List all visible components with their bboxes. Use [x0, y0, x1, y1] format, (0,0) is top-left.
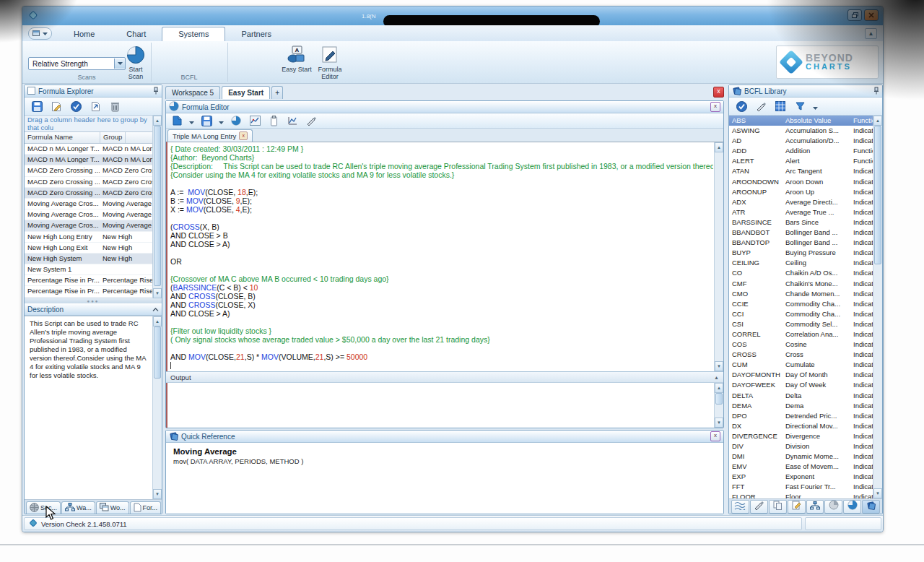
library-row[interactable]: DAYOFMONTHDay Of MonthIndicator	[729, 370, 882, 380]
code-editor[interactable]: { Date created: 30/03/2011 : 12:49 PM }{…	[166, 142, 723, 371]
library-row[interactable]: BBANDBOTBollinger Band ...Indicator	[729, 228, 882, 238]
scroll-down-icon[interactable]: ▼	[153, 288, 162, 298]
library-row[interactable]: BBANDTOPBollinger Band ...Indicator	[729, 238, 882, 248]
add-workspace-tab[interactable]: +	[271, 86, 283, 99]
library-row[interactable]: BUYPBuying PressureIndicator	[729, 248, 882, 258]
formula-row[interactable]: Percentage Rise in Pr...Percentage Rise …	[25, 298, 162, 298]
library-row[interactable]: FLOORFloorIndicator	[729, 492, 882, 498]
edit-formula-button[interactable]	[50, 100, 63, 113]
ribbon-tab-systems[interactable]: Systems	[162, 27, 225, 41]
code-scrollbar[interactable]: ▲ ▼	[714, 142, 723, 371]
library-row[interactable]: CMFChaikin's Mone...Indicator	[729, 279, 882, 289]
library-row[interactable]: CROSSCrossIndicator	[729, 350, 882, 360]
tab-easy-start[interactable]: Easy Start	[222, 86, 270, 99]
quick-reference-close-button[interactable]: x	[710, 431, 720, 441]
scroll-down-icon[interactable]: ▼	[153, 489, 162, 499]
formula-row[interactable]: New High Long ExitNew High	[25, 243, 162, 254]
library-row[interactable]: ADDAdditionFunction	[729, 146, 882, 156]
easy-start-button[interactable]: A Easy Start	[282, 46, 312, 73]
library-bottom-tab-5[interactable]	[824, 500, 842, 514]
library-scrollbar[interactable]: ▲ ▼	[873, 116, 882, 498]
library-row[interactable]: BARSSINCEBars SinceIndicator	[729, 217, 882, 228]
open-formula-button[interactable]	[89, 100, 102, 113]
library-row[interactable]: EMVEase of Movem...Indicator	[729, 462, 882, 472]
description-scrollbar[interactable]: ▲ ▼	[152, 316, 162, 499]
formula-row[interactable]: Moving Average Cros...Moving Average Cro…	[25, 220, 162, 231]
library-row[interactable]: ADXAverage Directi...Indicator	[729, 197, 882, 207]
library-bottom-tab-6[interactable]	[843, 500, 861, 514]
formula-row[interactable]: New High Long EntryNew High	[25, 232, 162, 243]
library-row[interactable]: ATRAverage True ...Indicator	[729, 207, 882, 217]
explorer-bottom-tab-3[interactable]: For...	[130, 501, 162, 514]
explorer-bottom-tab-1[interactable]: Wa...	[61, 501, 95, 514]
explorer-bottom-tab-2[interactable]: Wo...	[96, 501, 129, 514]
column-formula-name[interactable]: Formula Name	[25, 132, 100, 143]
library-row[interactable]: DPODetrended Pric...Indicator	[729, 411, 882, 421]
formula-editor-button[interactable]: Formula Editor	[315, 46, 344, 80]
formula-row[interactable]: Moving Average Cros...Moving Average Cro…	[25, 209, 162, 220]
formula-editor-close-button[interactable]: x	[710, 102, 720, 112]
library-row[interactable]: DIVDivisionIndicator	[729, 441, 882, 451]
verify-formula-button[interactable]	[69, 100, 82, 113]
new-formula-button[interactable]	[170, 114, 183, 127]
library-row[interactable]: DEMADemaIndicator	[729, 401, 882, 411]
formula-row[interactable]: Moving Average Cros...Moving Average Cro…	[25, 199, 162, 209]
library-row[interactable]: ALERTAlertFunction	[729, 156, 882, 166]
library-row[interactable]: DMIDynamic Mome...Indicator	[729, 451, 882, 462]
formula-row[interactable]: New System 1	[25, 264, 162, 275]
formula-list-scrollbar[interactable]: ▲ ▼	[152, 116, 162, 298]
library-row[interactable]: CSICommodity Sel...Indicator	[729, 319, 882, 329]
clipboard-button[interactable]	[267, 114, 280, 127]
pin-icon[interactable]	[153, 87, 159, 96]
formula-row[interactable]: Percentage Rise in Pr...Percentage Rise …	[25, 275, 162, 286]
scroll-down-icon[interactable]: ▼	[715, 361, 723, 371]
formula-row[interactable]: MACD Zero Crossing ...MACD Zero Crossing	[25, 165, 162, 176]
ribbon-tab-chart[interactable]: Chart	[110, 27, 162, 41]
library-bottom-tab-0[interactable]	[731, 500, 749, 514]
grid-button[interactable]	[774, 100, 787, 113]
library-row[interactable]: ADAccumulation/D...Indicator	[729, 136, 882, 146]
formula-row[interactable]: MACD n MA Longer T...MACD n MA Longer T.…	[25, 144, 162, 155]
formula-row[interactable]: MACD Zero Crossing ...MACD Zero Crossing	[25, 177, 162, 188]
library-row[interactable]: DIVERGENCEDivergenceIndicator	[729, 431, 882, 441]
library-row[interactable]: ASWINGAccumulation S...Indicator	[729, 126, 882, 136]
splitter-handle[interactable]: ●●●	[25, 298, 162, 303]
scroll-up-icon[interactable]: ▲	[153, 116, 162, 126]
library-bottom-tab-7[interactable]	[862, 500, 880, 514]
output-header[interactable]: Output ▲	[166, 371, 723, 383]
scroll-down-icon[interactable]: ▼	[873, 488, 882, 498]
output-scrollbar[interactable]: ▲ ▼	[714, 383, 723, 428]
save-formula-button[interactable]	[30, 100, 43, 113]
ribbon-collapse-button[interactable]: ▲	[865, 28, 877, 39]
formula-row[interactable]: Percentage Rise in Pr...Percentage Rise …	[25, 286, 162, 297]
library-row[interactable]: COChaikin A/D Os...Indicator	[729, 268, 882, 278]
library-row[interactable]: ATANArc TangentIndicator	[729, 166, 882, 176]
window-restore-button[interactable]	[847, 9, 862, 21]
window-close-button[interactable]	[864, 9, 879, 21]
plot-button[interactable]	[286, 114, 299, 127]
workspace-close-button[interactable]: x	[713, 87, 724, 98]
explorer-bottom-tab-0[interactable]: Sec...	[26, 501, 61, 514]
column-group[interactable]: Group	[100, 132, 126, 143]
run-scan-button[interactable]	[230, 114, 243, 127]
library-row[interactable]: DAYOFWEEKDay Of WeekIndicator	[729, 380, 882, 390]
library-row[interactable]: CMOChande Momen...Indicator	[729, 289, 882, 299]
formula-row[interactable]: New High SystemNew High	[25, 254, 162, 264]
formula-row[interactable]: MACD n MA Longer T...MACD n MA Longer T.…	[25, 155, 162, 165]
edit-button[interactable]	[754, 100, 767, 113]
library-row[interactable]: CORRELCorrelation Ana...Indicator	[729, 329, 882, 340]
library-row[interactable]: ABSAbsolute ValueFunction	[729, 116, 882, 126]
scan-select[interactable]: Relative Strength	[28, 57, 126, 70]
ribbon-tab-home[interactable]: Home	[58, 27, 110, 41]
library-row[interactable]: DELTADeltaIndicator	[729, 391, 882, 401]
library-row[interactable]: CCICommodity Cha...Indicator	[729, 309, 882, 319]
syntax-check-button[interactable]	[305, 114, 318, 127]
formula-row[interactable]: MACD Zero Crossing ...MACD Zero Crossing	[25, 188, 162, 199]
library-row[interactable]: FFTFast Fourier Tr...Indicator	[729, 482, 882, 492]
library-bottom-tab-3[interactable]	[788, 500, 806, 514]
doc-tab-close-icon[interactable]: x	[239, 131, 248, 140]
ribbon-tab-partners[interactable]: Partners	[225, 27, 287, 41]
pin-icon[interactable]	[873, 87, 879, 96]
library-row[interactable]: AROONUPAroon UpIndicator	[729, 187, 882, 197]
library-row[interactable]: CEILINGCeilingIndicator	[729, 258, 882, 268]
